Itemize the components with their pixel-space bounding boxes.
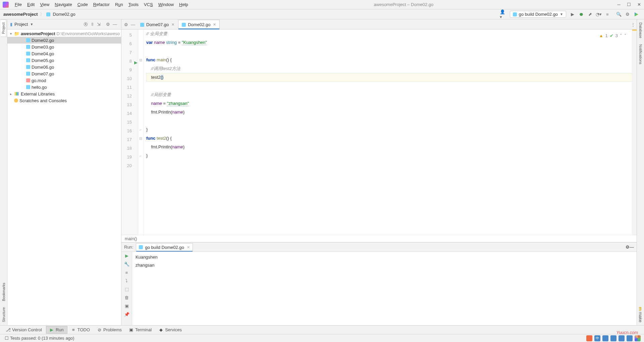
left-tab-bookmarks[interactable]: Bookmarks	[1, 280, 7, 304]
dump-threads-icon[interactable]: ⬚	[125, 287, 129, 292]
tree-file[interactable]: Dome04.go	[7, 50, 121, 57]
menu-help[interactable]: Help	[176, 2, 191, 7]
fold-gutter[interactable]: ⊟⌐⊟⌐	[138, 29, 144, 235]
tab-version-control[interactable]: ⎇Version Control	[3, 326, 45, 333]
wrench-icon[interactable]: 🔧	[124, 262, 129, 267]
tree-file[interactable]: go.mod	[7, 77, 121, 84]
menu-refactor[interactable]: Refactor	[91, 2, 112, 7]
run-button[interactable]: ▶	[569, 11, 576, 18]
code-line[interactable]: //局部变量	[146, 90, 637, 99]
editor-tab[interactable]: Dome02.go✕	[178, 20, 220, 29]
code-line[interactable]: // 全局变量	[146, 29, 637, 38]
code-line[interactable]	[146, 82, 637, 90]
right-tab-make[interactable]: m make	[637, 304, 644, 325]
exit-icon[interactable]: ⤵	[125, 278, 128, 283]
tree-file[interactable]: Dome05.go	[7, 57, 121, 64]
menu-run[interactable]: Run	[112, 2, 126, 7]
project-view-label[interactable]: Project	[14, 22, 28, 27]
code-line[interactable]: func main() {	[146, 56, 637, 64]
menu-code[interactable]: Code	[75, 2, 91, 7]
tray-icon[interactable]	[635, 335, 641, 341]
chevron-up-icon[interactable]: ˄	[620, 31, 622, 40]
editor-tab[interactable]: Dome07.go✕	[137, 20, 178, 29]
line-number-gutter[interactable]: 5678▶91011121314151617181920	[121, 29, 138, 235]
rerun-icon[interactable]: ▶	[125, 253, 128, 258]
code-line[interactable]: //调用test2方法	[146, 64, 637, 73]
project-tree[interactable]: ▾📁awesomeProjectD:\Environment\GoWorks\a…	[7, 29, 121, 325]
run-config-selector[interactable]: go build Dome02.go ▼	[510, 11, 566, 18]
layout-icon[interactable]: ▣	[125, 303, 129, 309]
tray-icon[interactable]: 中	[594, 335, 600, 341]
code-line[interactable]: var name string = "Kuangshen"	[146, 38, 637, 47]
tab-todo[interactable]: ≡TODO	[68, 326, 93, 333]
close-icon[interactable]: ✕	[213, 22, 216, 27]
tray-icon[interactable]	[610, 335, 616, 341]
tray-icon[interactable]	[586, 335, 592, 341]
close-icon[interactable]: ✕	[171, 22, 174, 27]
code-line[interactable]: test2()	[146, 73, 637, 82]
profile-button[interactable]: ◔▾	[595, 11, 602, 18]
pin-icon[interactable]: 📌	[124, 312, 129, 317]
editor-scrollbar[interactable]	[632, 29, 637, 235]
run-output[interactable]: Kuangshenzhangsan	[132, 252, 637, 325]
stop-button[interactable]: ■	[604, 11, 611, 18]
maximize-icon[interactable]: ☐	[627, 2, 631, 7]
stop-icon[interactable]: ■	[125, 270, 128, 275]
hide-icon[interactable]: —	[131, 22, 135, 27]
menu-navigate[interactable]: Navigate	[52, 2, 74, 7]
tree-file[interactable]: Dome02.go	[7, 37, 121, 44]
user-icon[interactable]: 👤▾	[500, 11, 507, 18]
code-area[interactable]: ▲1 ✔3 ˄ ˅ // 全局变量var name string = "Kuan…	[144, 29, 637, 235]
coverage-button[interactable]: ⬈	[586, 11, 594, 18]
code-line[interactable]	[146, 47, 637, 56]
tray-icon[interactable]	[602, 335, 608, 341]
hide-icon[interactable]: —	[630, 245, 634, 250]
tree-scratches[interactable]: Scratches and Consoles	[7, 97, 121, 104]
right-tab-database[interactable]: Database	[638, 19, 644, 41]
debug-button[interactable]	[578, 11, 585, 18]
more-icon[interactable]: ⋮	[631, 22, 635, 27]
minimize-icon[interactable]: ─	[616, 2, 621, 7]
menu-view[interactable]: View	[37, 2, 52, 7]
tab-problems[interactable]: ⊘Problems	[94, 326, 125, 333]
chevron-down-icon[interactable]: ▼	[30, 22, 33, 26]
menu-vcs[interactable]: VCS	[141, 2, 156, 7]
menu-edit[interactable]: Edit	[24, 2, 37, 7]
menu-window[interactable]: Window	[156, 2, 176, 7]
tray-icon[interactable]	[619, 335, 625, 341]
code-line[interactable]: func test2() {	[146, 134, 637, 143]
code-line[interactable]	[146, 117, 637, 125]
tree-file[interactable]: Dome03.go	[7, 44, 121, 50]
tree-file[interactable]: Dome07.go	[7, 70, 121, 77]
breadcrumb-project[interactable]: awesomeProject	[3, 12, 38, 17]
code-line[interactable]	[146, 160, 637, 169]
code-line[interactable]: }	[146, 151, 637, 160]
close-icon[interactable]: ✕	[637, 2, 641, 7]
inspection-widget[interactable]: ▲1 ✔3 ˄ ˅	[599, 31, 627, 40]
collapse-all-icon[interactable]: ⇲	[97, 22, 101, 27]
settings-icon[interactable]: ⚙	[624, 11, 631, 18]
colored-play-icon[interactable]	[633, 11, 640, 18]
select-opened-file-icon[interactable]: ⦿	[84, 22, 88, 27]
code-editor[interactable]: 5678▶91011121314151617181920 ⊟⌐⊟⌐ ▲1 ✔3 …	[121, 29, 637, 235]
delete-icon[interactable]: 🗑	[124, 295, 129, 300]
menu-tools[interactable]: Tools	[126, 2, 141, 7]
code-line[interactable]: }	[146, 125, 637, 134]
hide-icon[interactable]: —	[113, 22, 117, 27]
gear-icon[interactable]: ⚙	[106, 22, 110, 27]
code-line[interactable]: fmt.Println(name)	[146, 143, 637, 151]
search-icon[interactable]: 🔍	[615, 11, 623, 18]
close-icon[interactable]: ✕	[187, 245, 190, 250]
editor-breadcrumb[interactable]: main()	[121, 235, 637, 242]
status-icon[interactable]: ☐	[5, 336, 9, 341]
menu-file[interactable]: File	[12, 2, 24, 7]
tab-terminal[interactable]: ▣Terminal	[126, 326, 155, 333]
run-tab[interactable]: go build Dome02.go ✕	[136, 243, 193, 251]
left-tab-project[interactable]: Project	[1, 19, 6, 37]
right-tab-notifications[interactable]: Notifications	[638, 41, 644, 67]
tab-services[interactable]: ◆Services	[156, 326, 185, 333]
gear-icon[interactable]: ⚙	[626, 245, 630, 250]
tree-file[interactable]: hello.go	[7, 84, 121, 90]
chevron-down-icon[interactable]: ˅	[624, 31, 627, 40]
gear-icon[interactable]: ⚙	[124, 22, 128, 27]
